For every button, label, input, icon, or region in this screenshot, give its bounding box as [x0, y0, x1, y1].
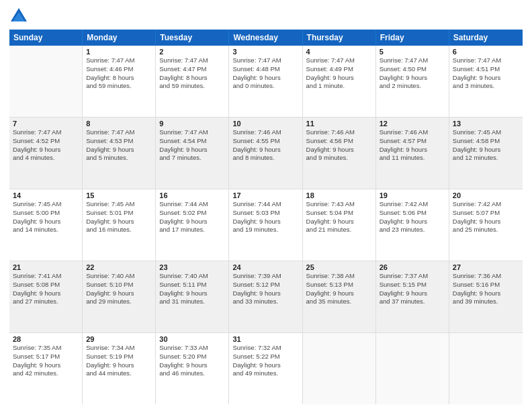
cell-line: Daylight: 9 hours [232, 146, 298, 154]
calendar-cell-r3-c5: 26Sunrise: 7:37 AMSunset: 5:15 PMDayligh… [376, 261, 449, 332]
cell-line: Daylight: 9 hours [159, 218, 225, 226]
cell-line: Sunrise: 7:36 AM [453, 272, 519, 281]
cell-line: Daylight: 9 hours [453, 146, 519, 154]
cell-line: Sunset: 5:06 PM [380, 209, 445, 218]
cell-line: Sunset: 4:53 PM [86, 137, 152, 146]
cell-line: Sunrise: 7:47 AM [453, 56, 519, 65]
calendar-cell-r4-c4 [303, 333, 376, 404]
cell-line: Sunset: 5:22 PM [232, 353, 298, 361]
cell-line: and 37 minutes. [380, 298, 445, 306]
cell-line: Sunset: 5:16 PM [453, 281, 519, 289]
cell-line: Sunset: 4:54 PM [159, 137, 225, 146]
calendar-cell-r4-c5 [376, 333, 449, 404]
cell-line: and 7 minutes. [159, 154, 225, 163]
day-number: 30 [159, 335, 225, 343]
cell-line: Sunrise: 7:46 AM [306, 128, 372, 137]
cell-line: and 16 minutes. [86, 226, 152, 234]
day-number: 3 [232, 48, 298, 56]
cell-line: Sunrise: 7:47 AM [86, 56, 152, 65]
cell-line: Sunrise: 7:47 AM [159, 56, 225, 65]
cell-line: and 8 minutes. [232, 154, 298, 163]
cell-line: and 27 minutes. [13, 298, 79, 306]
cell-line: Sunrise: 7:47 AM [13, 128, 79, 137]
cell-line: Sunset: 4:56 PM [306, 137, 372, 146]
cell-line: and 39 minutes. [453, 298, 519, 306]
calendar-body: 1Sunrise: 7:47 AMSunset: 4:46 PMDaylight… [9, 46, 523, 404]
calendar-row-1: 7Sunrise: 7:47 AMSunset: 4:52 PMDaylight… [9, 118, 523, 189]
cell-line: Sunset: 5:12 PM [232, 281, 298, 289]
day-number: 2 [159, 48, 225, 56]
cell-line: Sunset: 4:50 PM [380, 65, 445, 74]
calendar-cell-r3-c3: 24Sunrise: 7:39 AMSunset: 5:12 PMDayligh… [229, 261, 302, 332]
cell-line: Daylight: 9 hours [159, 289, 225, 298]
cell-line: Sunset: 5:07 PM [453, 209, 519, 218]
cell-line: Daylight: 9 hours [453, 289, 519, 298]
cell-line: Sunset: 4:57 PM [380, 137, 445, 146]
cell-line: Sunset: 4:48 PM [232, 65, 298, 74]
calendar-cell-r4-c3: 31Sunrise: 7:32 AMSunset: 5:22 PMDayligh… [229, 333, 302, 404]
cell-line: and 29 minutes. [86, 298, 152, 306]
cell-line: Sunset: 5:00 PM [13, 209, 79, 218]
cell-line: and 4 minutes. [13, 154, 79, 163]
cell-line: Sunset: 5:04 PM [306, 209, 372, 218]
cell-line: Daylight: 9 hours [86, 146, 152, 154]
calendar-cell-r0-c5: 5Sunrise: 7:47 AMSunset: 4:50 PMDaylight… [376, 46, 449, 117]
cell-line: Sunrise: 7:41 AM [13, 272, 79, 281]
cell-line: Sunrise: 7:35 AM [13, 344, 79, 353]
cell-line: and 31 minutes. [159, 298, 225, 306]
day-number: 9 [159, 120, 225, 128]
cell-line: Daylight: 9 hours [159, 361, 225, 370]
cell-line: Daylight: 9 hours [306, 74, 372, 83]
cell-line: and 3 minutes. [453, 82, 519, 91]
day-number: 7 [13, 120, 79, 128]
cell-line: Sunrise: 7:46 AM [380, 128, 445, 137]
cell-line: Sunset: 5:10 PM [86, 281, 152, 289]
cell-line: Daylight: 9 hours [86, 289, 152, 298]
cell-line: and 19 minutes. [232, 226, 298, 234]
cell-line: Sunset: 5:15 PM [380, 281, 445, 289]
cell-line: and 42 minutes. [13, 369, 79, 378]
cell-line: Daylight: 9 hours [13, 289, 79, 298]
cell-line: Sunset: 5:02 PM [159, 209, 225, 218]
calendar-cell-r0-c4: 4Sunrise: 7:47 AMSunset: 4:49 PMDaylight… [303, 46, 376, 117]
day-number: 23 [159, 263, 225, 271]
cell-line: Sunrise: 7:44 AM [232, 200, 298, 209]
cell-line: Daylight: 9 hours [232, 74, 298, 83]
day-number: 21 [13, 263, 79, 271]
cell-line: and 9 minutes. [306, 154, 372, 163]
logo [9, 7, 31, 26]
cell-line: Sunset: 4:51 PM [453, 65, 519, 74]
cell-line: and 1 minute. [306, 82, 372, 91]
cell-line: Daylight: 9 hours [13, 218, 79, 226]
header-day-tuesday: Tuesday [156, 30, 229, 46]
cell-line: Sunrise: 7:44 AM [159, 200, 225, 209]
calendar-cell-r1-c1: 8Sunrise: 7:47 AMSunset: 4:53 PMDaylight… [83, 118, 156, 189]
cell-line: and 21 minutes. [306, 226, 372, 234]
calendar-cell-r0-c2: 2Sunrise: 7:47 AMSunset: 4:47 PMDaylight… [156, 46, 229, 117]
cell-line: Sunrise: 7:45 AM [86, 200, 152, 209]
cell-line: Sunset: 4:46 PM [86, 65, 152, 74]
calendar-cell-r3-c0: 21Sunrise: 7:41 AMSunset: 5:08 PMDayligh… [9, 261, 83, 332]
day-number: 28 [13, 335, 79, 343]
cell-line: and 14 minutes. [13, 226, 79, 234]
calendar-cell-r2-c0: 14Sunrise: 7:45 AMSunset: 5:00 PMDayligh… [9, 189, 83, 261]
calendar-cell-r2-c5: 19Sunrise: 7:42 AMSunset: 5:06 PMDayligh… [376, 189, 449, 261]
cell-line: Daylight: 9 hours [380, 74, 445, 83]
header-day-sunday: Sunday [9, 30, 83, 46]
day-number: 13 [453, 120, 519, 128]
header [9, 7, 523, 26]
cell-line: and 59 minutes. [159, 82, 225, 91]
day-number: 14 [13, 191, 79, 199]
cell-line: Daylight: 8 hours [86, 74, 152, 83]
calendar-row-2: 14Sunrise: 7:45 AMSunset: 5:00 PMDayligh… [9, 189, 523, 261]
calendar-cell-r1-c3: 10Sunrise: 7:46 AMSunset: 4:55 PMDayligh… [229, 118, 302, 189]
cell-line: Daylight: 8 hours [159, 74, 225, 83]
header-day-wednesday: Wednesday [229, 30, 302, 46]
cell-line: and 44 minutes. [86, 369, 152, 378]
cell-line: Daylight: 9 hours [159, 146, 225, 154]
cell-line: Sunset: 5:01 PM [86, 209, 152, 218]
cell-line: Daylight: 9 hours [306, 218, 372, 226]
calendar-cell-r1-c4: 11Sunrise: 7:46 AMSunset: 4:56 PMDayligh… [303, 118, 376, 189]
cell-line: Sunrise: 7:47 AM [380, 56, 445, 65]
cell-line: Sunset: 4:52 PM [13, 137, 79, 146]
